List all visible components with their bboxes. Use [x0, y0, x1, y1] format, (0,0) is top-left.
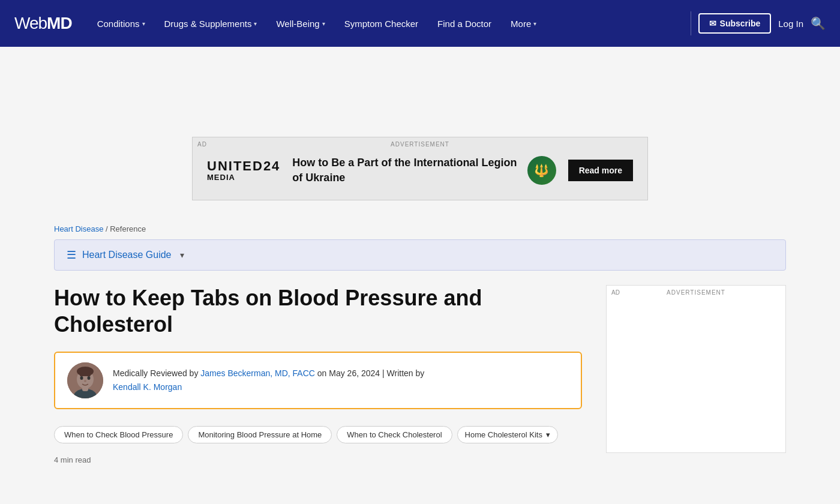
topic-pills: When to Check Blood Pressure Monitoring …: [54, 426, 582, 443]
topic-pill-more-chevron-icon: ▾: [546, 430, 550, 439]
nav-divider: [691, 11, 691, 35]
ad-main-text: How to Be a Part of the International Le…: [292, 155, 517, 185]
article-title: How to Keep Tabs on Blood Pressure and C…: [54, 285, 582, 337]
guide-bar-label: Heart Disease Guide: [82, 250, 172, 260]
svg-rect-7: [80, 375, 84, 376]
sidebar-advertisement-label: ADVERTISEMENT: [607, 289, 785, 296]
author-link[interactable]: Kendall K. Morgan: [113, 382, 182, 392]
review-date: on May 26, 2024: [315, 368, 380, 378]
ad-logo-text: UNITED24: [207, 160, 280, 173]
ad-banner-wrap: AD ADVERTISEMENT UNITED24 MEDIA How to B…: [192, 137, 648, 200]
author-avatar: [67, 362, 103, 398]
read-time: 4 min read: [54, 455, 582, 464]
author-reviewed-line: Medically Reviewed by James Beckerman, M…: [113, 367, 424, 380]
search-icon[interactable]: 🔍: [811, 16, 826, 31]
login-button[interactable]: Log In: [778, 19, 803, 29]
read-more-button[interactable]: Read more: [568, 160, 633, 181]
trident-icon: 🔱: [534, 163, 549, 178]
article-sidebar: ADVERTISEMENT AD: [606, 285, 786, 464]
nav-right: ✉ Subscribe Log In 🔍: [698, 13, 826, 34]
author-name-line: Kendall K. Morgan: [113, 380, 424, 394]
nav-well-being[interactable]: Well-Being ▾: [268, 14, 333, 34]
guide-bar[interactable]: ☰ Heart Disease Guide ▾: [54, 239, 786, 271]
medically-reviewed-label: Medically Reviewed by: [113, 368, 200, 378]
site-logo[interactable]: WebMD: [14, 14, 72, 33]
svg-point-4: [77, 367, 94, 376]
ad-banner: AD ADVERTISEMENT UNITED24 MEDIA How to B…: [192, 137, 648, 200]
chevron-down-icon: ▾: [142, 20, 145, 27]
topic-pill-0[interactable]: When to Check Blood Pressure: [54, 426, 183, 443]
page-wrapper: AD ADVERTISEMENT UNITED24 MEDIA How to B…: [0, 47, 840, 504]
topic-pill-1[interactable]: Monitoring Blood Pressure at Home: [188, 426, 332, 443]
logo-md: MD: [47, 14, 72, 32]
svg-rect-8: [86, 375, 91, 376]
chevron-down-icon: ▾: [322, 20, 325, 27]
avatar-image: [67, 362, 103, 398]
sidebar-ad-tag: AD: [611, 289, 620, 296]
sidebar-ad: ADVERTISEMENT AD: [606, 285, 786, 453]
ad-icon-circle: 🔱: [527, 156, 556, 185]
nav-conditions[interactable]: Conditions ▾: [89, 14, 154, 34]
chevron-down-icon: ▾: [533, 20, 536, 27]
breadcrumb-heart-disease[interactable]: Heart Disease: [54, 224, 103, 233]
article-layout: How to Keep Tabs on Blood Pressure and C…: [54, 285, 786, 464]
nav-find-doctor[interactable]: Find a Doctor: [429, 14, 500, 34]
topic-pill-2[interactable]: When to Check Cholesterol: [337, 426, 452, 443]
nav-symptom-checker[interactable]: Symptom Checker: [336, 14, 427, 34]
breadcrumb: Heart Disease / Reference: [54, 212, 786, 239]
envelope-icon: ✉: [709, 19, 716, 28]
top-ad-space: [0, 47, 840, 137]
svg-point-6: [88, 376, 91, 380]
guide-bar-icon: ☰: [67, 248, 76, 262]
subscribe-button[interactable]: ✉ Subscribe: [698, 13, 772, 34]
content-area: Heart Disease / Reference ☰ Heart Diseas…: [18, 212, 822, 464]
advertisement-label: ADVERTISEMENT: [193, 141, 647, 148]
chevron-down-icon: ▾: [254, 20, 257, 27]
reviewer-link[interactable]: James Beckerman, MD, FACC: [200, 368, 315, 378]
logo-web: Web: [14, 14, 47, 32]
ad-text-block: How to Be a Part of the International Le…: [292, 155, 556, 185]
ad-logo-block: UNITED24 MEDIA: [207, 160, 280, 182]
nav-more[interactable]: More ▾: [502, 14, 545, 34]
author-info: Medically Reviewed by James Beckerman, M…: [113, 367, 424, 394]
nav-links: Conditions ▾ Drugs & Supplements ▾ Well-…: [89, 14, 683, 34]
topic-pill-3-label: Home Cholesterol Kits: [465, 430, 542, 439]
main-nav: WebMD Conditions ▾ Drugs & Supplements ▾…: [0, 0, 840, 47]
written-by-label: | Written by: [380, 368, 424, 378]
topic-pill-3[interactable]: Home Cholesterol Kits ▾: [457, 426, 558, 443]
svg-point-5: [80, 376, 83, 380]
nav-drugs-supplements[interactable]: Drugs & Supplements ▾: [156, 14, 266, 34]
ad-logo-sub: MEDIA: [207, 173, 235, 182]
breadcrumb-reference: Reference: [110, 224, 146, 233]
svg-point-9: [84, 380, 86, 382]
author-box: Medically Reviewed by James Beckerman, M…: [54, 352, 582, 409]
article-main: How to Keep Tabs on Blood Pressure and C…: [54, 285, 582, 464]
guide-bar-chevron-icon: ▾: [180, 250, 184, 260]
